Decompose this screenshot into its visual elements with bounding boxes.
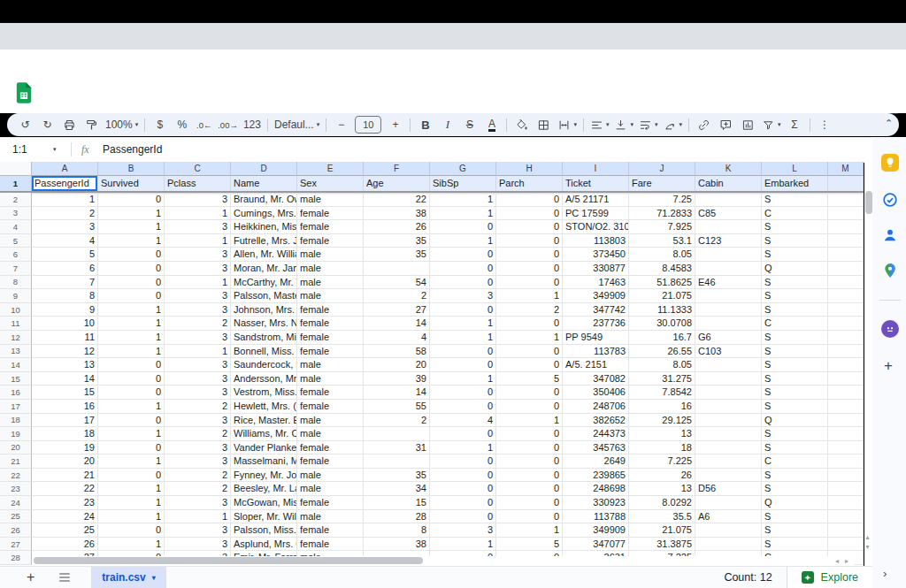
cell[interactable]: 349909 (563, 289, 629, 303)
column-header-F[interactable]: F (364, 162, 430, 176)
cell[interactable]: 11 (32, 331, 98, 345)
toolbar-merge-cells[interactable]: ▾ (555, 115, 580, 134)
name-box-caret[interactable]: ▾ (53, 146, 57, 153)
toolbar-decrease-decimal-places[interactable]: .0← (193, 115, 215, 134)
cell[interactable]: 3 (165, 414, 231, 428)
cell[interactable]: PC 17599 (563, 207, 629, 221)
row-number[interactable]: 8 (0, 276, 32, 290)
cell[interactable]: 7.925 (629, 220, 695, 234)
cell[interactable] (828, 234, 864, 248)
cell[interactable]: C123 (695, 234, 762, 248)
cell[interactable]: E46 (695, 276, 762, 290)
cell[interactable] (828, 400, 864, 414)
cell[interactable]: McCarthy, Mr. Timothy J (231, 276, 297, 290)
row-number[interactable]: 28 (0, 551, 32, 565)
toolbar-increase-decimal-places[interactable]: .00→ (215, 115, 241, 134)
row-number[interactable]: 21 (0, 454, 32, 469)
cell[interactable]: 0 (430, 427, 496, 441)
toolbar-italic[interactable]: I (436, 115, 458, 134)
toolbar-more[interactable]: ⋮ (814, 115, 836, 134)
cell[interactable]: 38 (364, 538, 430, 552)
cell[interactable]: 0 (496, 510, 563, 524)
column-header-E[interactable]: E (297, 162, 364, 176)
row-number[interactable]: 26 (0, 523, 32, 538)
cell[interactable]: Andersson, Mr. Anders Johan (231, 372, 297, 386)
cell[interactable]: male (297, 193, 364, 207)
cell[interactable]: A/5 21171 (563, 193, 629, 207)
cell[interactable]: 3 (165, 454, 231, 469)
cell[interactable]: male (297, 276, 364, 290)
cell[interactable] (828, 262, 864, 276)
cell[interactable]: 14 (364, 317, 430, 331)
cell[interactable] (695, 496, 762, 510)
cell[interactable]: Cumings, Mrs. John Bradley (Florence Bri… (231, 207, 297, 221)
cell[interactable]: female (297, 331, 364, 345)
cell[interactable]: Pclass (165, 176, 231, 191)
cell[interactable]: 17 (32, 414, 98, 428)
cell[interactable] (828, 441, 864, 455)
cell[interactable]: 0 (496, 496, 563, 510)
cell[interactable]: 17463 (563, 276, 629, 290)
cell[interactable]: Name (231, 176, 297, 191)
cell[interactable]: Q (762, 496, 828, 510)
cell[interactable] (364, 427, 430, 441)
cell[interactable]: C (762, 207, 828, 221)
cell[interactable]: 2 (165, 317, 231, 331)
cell[interactable]: 26.55 (629, 345, 695, 359)
toolbar-decrease-font-size[interactable]: − (330, 115, 352, 134)
cell[interactable]: 3 (430, 523, 496, 538)
cell[interactable]: 1 (32, 193, 98, 207)
cell[interactable]: 8 (32, 289, 98, 303)
cell[interactable]: Q (762, 414, 828, 428)
cell[interactable]: 3 (165, 220, 231, 234)
cell[interactable]: 0 (98, 262, 165, 276)
cell[interactable]: Hewlett, Mrs. (Mary D Kingcome) (231, 400, 297, 414)
cell[interactable]: S (762, 469, 828, 483)
cell[interactable] (695, 523, 762, 538)
cell[interactable]: 1 (98, 510, 165, 524)
cell[interactable]: Sex (297, 176, 364, 191)
cell[interactable]: 15 (364, 496, 430, 510)
cell[interactable]: 1 (430, 193, 496, 207)
row-number[interactable]: 9 (0, 289, 32, 303)
cell[interactable] (695, 386, 762, 400)
cell[interactable]: 2649 (563, 454, 629, 469)
cell[interactable]: 0 (496, 358, 563, 372)
cell[interactable]: 0 (98, 414, 165, 428)
cell[interactable]: 0 (430, 386, 496, 400)
keep-icon[interactable] (881, 154, 899, 172)
cell[interactable] (828, 372, 864, 386)
toolbar-more-formats[interactable]: 123 (241, 115, 264, 134)
cell[interactable]: 8.0292 (629, 496, 695, 510)
toolbar-strikethrough[interactable]: S (458, 115, 480, 134)
row-number[interactable]: 23 (0, 482, 32, 496)
horizontal-scrollbar-thumb[interactable] (34, 557, 423, 564)
cell[interactable]: 382652 (563, 414, 629, 428)
cell[interactable] (695, 427, 762, 441)
cell[interactable]: 0 (430, 496, 496, 510)
row-number[interactable]: 13 (0, 345, 32, 359)
toolbar-font-size[interactable]: 10 (352, 115, 384, 134)
toolbar-text-color[interactable]: A (480, 115, 503, 134)
cell[interactable]: 3 (32, 220, 98, 234)
cell[interactable]: 113788 (563, 510, 629, 524)
cell[interactable]: female (297, 400, 364, 414)
cell[interactable]: Masselmani, Mrs. Fatima (231, 454, 297, 469)
cell[interactable]: 0 (496, 345, 563, 359)
cell[interactable]: 3 (430, 289, 496, 303)
cell[interactable] (828, 220, 864, 234)
cell[interactable]: male (297, 469, 364, 483)
name-box[interactable]: 1:1 (12, 143, 48, 156)
cell[interactable]: 3 (165, 372, 231, 386)
cell[interactable]: 16 (629, 400, 695, 414)
row-number[interactable]: 5 (0, 234, 32, 248)
cell[interactable]: 0 (496, 441, 563, 455)
cell[interactable]: 0 (430, 510, 496, 524)
cell[interactable]: 0 (496, 454, 563, 469)
cell[interactable]: 14 (364, 386, 430, 400)
cell[interactable]: 3 (165, 248, 231, 262)
cell[interactable]: 21.075 (629, 523, 695, 538)
cell[interactable]: 0 (98, 386, 165, 400)
cell[interactable]: 1 (98, 331, 165, 345)
cell[interactable]: male (297, 289, 364, 303)
